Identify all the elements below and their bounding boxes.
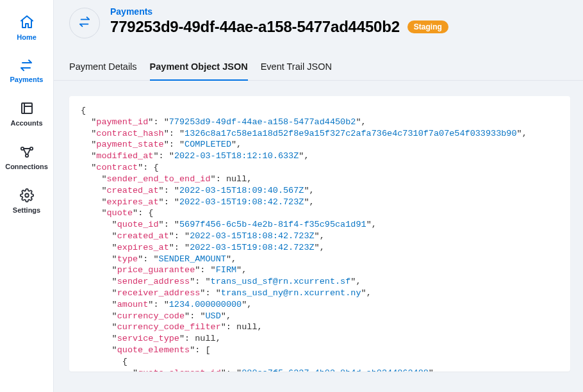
- page-title: 779253d9-49df-44ae-a158-5477ad4450b2: [110, 18, 400, 36]
- nav-label: Connections: [5, 163, 48, 170]
- gear-icon: [20, 188, 34, 202]
- nav-home[interactable]: Home: [17, 14, 37, 41]
- nav-label: Accounts: [10, 119, 42, 127]
- tab-event-trail-json[interactable]: Event Trail JSON: [261, 56, 332, 81]
- svg-rect-0: [22, 103, 32, 113]
- svg-line-6: [24, 149, 26, 154]
- tab-payment-details[interactable]: Payment Details: [69, 56, 137, 81]
- nav-connections[interactable]: Connections: [5, 145, 48, 170]
- breadcrumb[interactable]: Payments: [110, 6, 448, 17]
- transfer-icon: [76, 16, 93, 30]
- json-viewer: { "payment_id": "779253d9-49df-44ae-a158…: [81, 105, 559, 372]
- sidebar: Home Payments Accounts Connections Setti…: [0, 0, 54, 392]
- svg-point-9: [25, 193, 29, 197]
- transfer-icon: [17, 59, 35, 72]
- connections-icon: [19, 145, 35, 159]
- status-badge: Staging: [407, 20, 448, 33]
- header-icon-circle: [69, 8, 100, 38]
- page-header: Payments 779253d9-49df-44ae-a158-5477ad4…: [54, 6, 583, 38]
- nav-label: Settings: [13, 206, 40, 214]
- svg-line-7: [28, 149, 30, 154]
- nav-settings[interactable]: Settings: [13, 188, 40, 214]
- nav-label: Home: [17, 33, 37, 41]
- home-icon: [19, 14, 35, 29]
- tabs: Payment Details Payment Object JSON Even…: [54, 56, 583, 81]
- main-content: Payments 779253d9-49df-44ae-a158-5477ad4…: [54, 0, 583, 392]
- json-card: { "payment_id": "779253d9-49df-44ae-a158…: [69, 96, 570, 372]
- accounts-icon: [20, 101, 34, 115]
- tab-payment-object-json[interactable]: Payment Object JSON: [150, 56, 248, 81]
- nav-accounts[interactable]: Accounts: [10, 101, 42, 127]
- nav-label: Payments: [10, 76, 44, 83]
- nav-payments[interactable]: Payments: [10, 59, 44, 83]
